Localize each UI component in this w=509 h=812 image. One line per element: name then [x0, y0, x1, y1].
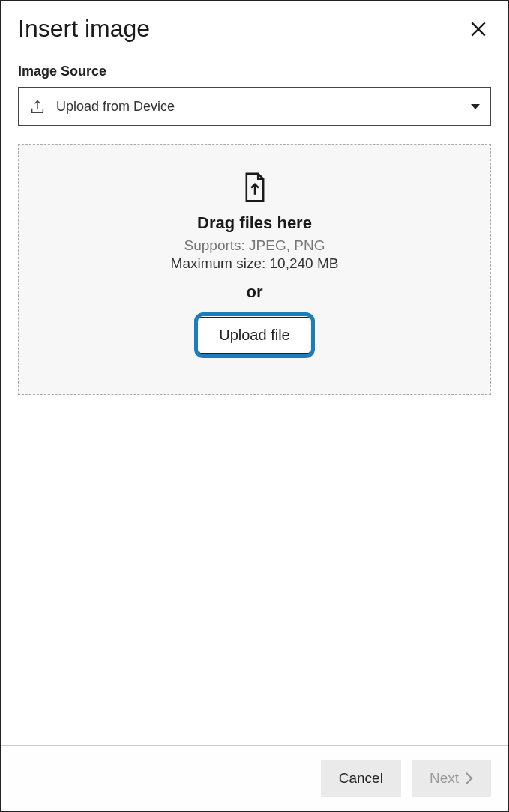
insert-image-dialog: Insert image Image Source Upload from De… — [0, 0, 509, 812]
dropdown-caret-icon — [471, 104, 480, 109]
dialog-title: Insert image — [18, 15, 150, 43]
file-dropzone[interactable]: Drag files here Supports: JPEG, PNG Maxi… — [18, 144, 491, 395]
next-button-label: Next — [430, 770, 459, 787]
close-icon — [469, 19, 488, 39]
file-upload-icon — [242, 172, 268, 203]
upload-file-button[interactable]: Upload file — [199, 317, 310, 354]
dropzone-max-size: Maximum size: 10,240 MB — [171, 255, 339, 272]
upload-file-highlight: Upload file — [194, 312, 315, 358]
upload-icon — [29, 98, 46, 115]
dialog-footer: Cancel Next — [1, 745, 508, 811]
dialog-header: Insert image — [18, 15, 491, 43]
dropzone-supports: Supports: JPEG, PNG — [184, 237, 325, 254]
image-source-label: Image Source — [18, 64, 491, 79]
dropzone-or: or — [247, 282, 263, 302]
dropzone-title: Drag files here — [197, 213, 312, 233]
image-source-selected: Upload from Device — [56, 99, 471, 115]
close-button[interactable] — [466, 16, 491, 42]
chevron-right-icon — [465, 772, 473, 785]
image-source-select[interactable]: Upload from Device — [18, 87, 491, 126]
cancel-button[interactable]: Cancel — [321, 760, 401, 797]
next-button[interactable]: Next — [412, 760, 491, 797]
dialog-body: Insert image Image Source Upload from De… — [1, 1, 508, 745]
cancel-button-label: Cancel — [339, 770, 383, 787]
